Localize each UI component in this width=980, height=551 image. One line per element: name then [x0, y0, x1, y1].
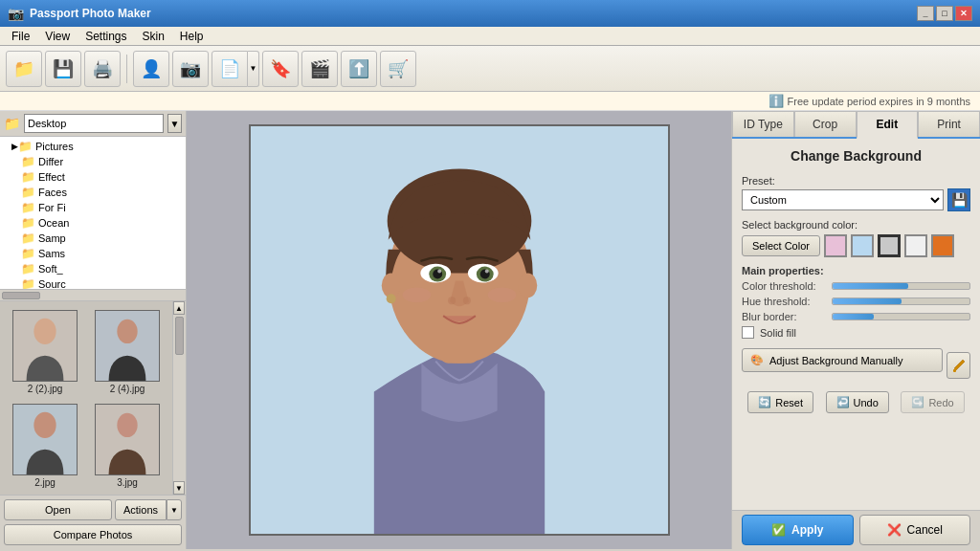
adjust-bg-icon: 🎨 — [750, 354, 764, 366]
edit-panel-content: Change Background Preset: Custom 💾 Selec… — [732, 139, 980, 510]
toolbar-doc-arrow[interactable]: ▼ — [248, 51, 259, 87]
folder-icon-tree: 📁 — [21, 231, 35, 245]
select-color-button[interactable]: Select Color — [742, 235, 820, 256]
cancel-label: Cancel — [907, 523, 943, 537]
menu-help[interactable]: Help — [172, 28, 212, 45]
preset-save-button[interactable]: 💾 — [947, 188, 970, 211]
open-button[interactable]: Open — [4, 499, 112, 520]
toolbar-save[interactable]: 💾 — [45, 51, 81, 87]
svg-point-32 — [487, 287, 516, 302]
apply-button[interactable]: ✅ Apply — [742, 515, 854, 545]
color-swatch-pink[interactable] — [824, 234, 847, 257]
adjust-bg-row: 🎨 Adjust Background Manually — [742, 348, 970, 382]
eyedropper-button[interactable] — [947, 352, 970, 379]
reset-button[interactable]: 🔄 Reset — [747, 391, 813, 413]
tree-label: Ocean — [38, 217, 69, 229]
blur-border-slider[interactable] — [832, 313, 970, 320]
tree-item[interactable]: 📁 Samp — [2, 231, 184, 246]
solid-fill-checkbox[interactable] — [742, 326, 754, 339]
photo-display — [249, 124, 670, 536]
toolbar-bookmark[interactable]: 🔖 — [262, 51, 299, 87]
cancel-button[interactable]: ❌ Cancel — [859, 515, 971, 545]
list-item[interactable]: 3.jpg — [88, 401, 167, 491]
tree-item[interactable]: 📁 Effect — [2, 169, 184, 185]
redo-button[interactable]: ↪️ Redo — [901, 391, 964, 413]
maximize-button[interactable]: □ — [936, 6, 953, 21]
thumbnail-image — [12, 404, 78, 475]
actions-button[interactable]: Actions — [115, 499, 167, 520]
toolbar-cart[interactable]: 🛒 — [380, 51, 416, 87]
toolbar-print[interactable]: 🖨️ — [84, 51, 121, 87]
svg-point-28 — [484, 270, 488, 274]
toolbar-doc[interactable]: 📄 — [212, 51, 248, 87]
left-panel: 📁 ▼ ▶ 📁 Pictures 📁 Differ 📁 Effect 📁 — [0, 111, 187, 549]
color-swatch-white[interactable] — [904, 234, 927, 257]
tree-item[interactable]: 📁 Faces — [2, 185, 184, 200]
tree-item[interactable]: 📁 Sams — [2, 246, 184, 261]
toolbar-upload[interactable]: ⬆️ — [341, 51, 377, 87]
close-button[interactable]: ✕ — [955, 6, 972, 21]
color-swatch-blue[interactable] — [851, 234, 874, 257]
folder-dropdown-btn[interactable]: ▼ — [167, 114, 182, 133]
folder-icon-tree: 📁 — [21, 186, 35, 199]
redo-label: Redo — [928, 397, 953, 408]
color-threshold-slider[interactable] — [832, 282, 970, 290]
actions-arrow[interactable]: ▼ — [167, 499, 182, 520]
folder-icon-tree: 📁 — [21, 170, 35, 184]
tree-label: Sams — [38, 248, 65, 259]
tree-scrollbar[interactable] — [0, 290, 186, 301]
blur-border-label: Blur border: — [742, 311, 828, 322]
menu-settings[interactable]: Settings — [78, 28, 134, 45]
tree-item[interactable]: 📁 Ocean — [2, 215, 184, 231]
svg-point-1 — [33, 319, 56, 344]
menu-file[interactable]: File — [4, 28, 37, 45]
tab-edit[interactable]: Edit — [857, 111, 919, 139]
color-swatch-gray[interactable] — [878, 234, 901, 257]
menu-view[interactable]: View — [37, 28, 78, 45]
toolbar-sep1 — [126, 55, 127, 83]
folder-icon-tree: 📁 — [21, 262, 35, 276]
scroll-up-btn[interactable]: ▲ — [173, 301, 185, 315]
preset-select[interactable]: Custom — [742, 189, 944, 210]
undo-button[interactable]: ↩️ Undo — [826, 391, 889, 413]
hue-threshold-row: Hue threshold: — [742, 296, 970, 307]
toolbar-video[interactable]: 🎬 — [301, 51, 338, 87]
hue-threshold-slider[interactable] — [832, 298, 970, 305]
list-item[interactable]: 2 (4).jpg — [88, 307, 167, 397]
svg-point-7 — [117, 413, 137, 437]
adjust-bg-label: Adjust Background Manually — [769, 355, 902, 366]
folder-input[interactable] — [24, 114, 164, 133]
toolbar-camera[interactable]: 📷 — [172, 51, 209, 87]
panel-title: Change Background — [742, 148, 970, 164]
scroll-thumb-v — [175, 317, 184, 355]
toolbar-person[interactable]: 👤 — [133, 51, 169, 87]
tree-label: Sourc — [38, 278, 66, 290]
list-item[interactable]: 2.jpg — [6, 401, 84, 491]
toolbar-open[interactable]: 📁 — [6, 51, 42, 87]
svg-rect-33 — [953, 369, 956, 372]
tree-item[interactable]: ▶ 📁 Pictures — [2, 139, 184, 154]
tree-item[interactable]: 📁 Differ — [2, 154, 184, 169]
scroll-down-btn[interactable]: ▼ — [173, 481, 185, 495]
menu-skin[interactable]: Skin — [135, 28, 172, 45]
tab-print[interactable]: Print — [918, 111, 980, 137]
tab-id-type[interactable]: ID Type — [732, 111, 794, 137]
thumbnail-scrollbar[interactable]: ▲ ▼ — [172, 301, 186, 495]
tree-item[interactable]: 📁 Soft_ — [2, 261, 184, 276]
color-swatch-orange[interactable] — [931, 234, 954, 257]
adjust-bg-button[interactable]: 🎨 Adjust Background Manually — [742, 348, 943, 372]
blur-border-row: Blur border: — [742, 311, 970, 322]
compare-button[interactable]: Compare Photos — [4, 524, 182, 545]
tree-item[interactable]: 📁 Sourc — [2, 276, 184, 290]
minimize-button[interactable]: _ — [917, 6, 934, 21]
preset-row: Custom 💾 — [742, 188, 970, 211]
color-threshold-row: Color threshold: — [742, 280, 970, 292]
toolbar: 📁 💾 🖨️ 👤 📷 📄 ▼ 🔖 🎬 ⬆️ 🛒 — [0, 46, 980, 92]
svg-point-30 — [462, 297, 470, 304]
color-row: Select Color — [742, 234, 970, 257]
svg-point-3 — [117, 320, 137, 343]
tree-item[interactable]: 📁 For Fi — [2, 200, 184, 215]
tab-crop[interactable]: Crop — [794, 111, 857, 137]
solid-fill-label: Solid fill — [760, 327, 796, 339]
list-item[interactable]: 2 (2).jpg — [6, 307, 84, 397]
